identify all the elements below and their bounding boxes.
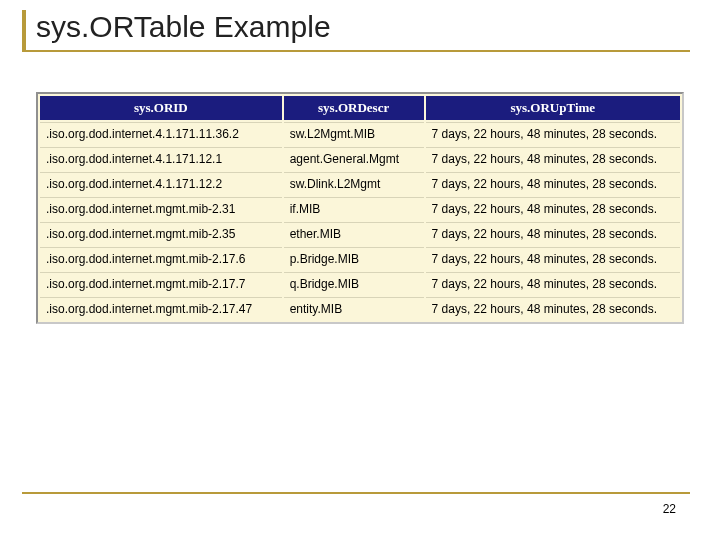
cell-ordescr: q.Bridge.MIB <box>284 272 424 295</box>
cell-orid: .iso.org.dod.internet.mgmt.mib-2.17.6 <box>40 247 282 270</box>
cell-orid: .iso.org.dod.internet.mgmt.mib-2.17.47 <box>40 297 282 320</box>
cell-orid: .iso.org.dod.internet.4.1.171.11.36.2 <box>40 122 282 145</box>
ortable-container: sys.ORID sys.ORDescr sys.ORUpTime .iso.o… <box>36 92 684 324</box>
header-sysorid: sys.ORID <box>40 96 282 120</box>
cell-ordescr: sw.L2Mgmt.MIB <box>284 122 424 145</box>
cell-oruptime: 7 days, 22 hours, 48 minutes, 28 seconds… <box>426 172 680 195</box>
slide-title: sys.ORTable Example <box>36 10 720 44</box>
table-row: .iso.org.dod.internet.mgmt.mib-2.31 if.M… <box>40 197 680 220</box>
table-body: .iso.org.dod.internet.4.1.171.11.36.2 sw… <box>40 122 680 320</box>
footer-underline <box>22 492 690 494</box>
cell-ordescr: agent.General.Mgmt <box>284 147 424 170</box>
table-row: .iso.org.dod.internet.mgmt.mib-2.35 ethe… <box>40 222 680 245</box>
cell-orid: .iso.org.dod.internet.4.1.171.12.1 <box>40 147 282 170</box>
cell-ordescr: if.MIB <box>284 197 424 220</box>
ortable: sys.ORID sys.ORDescr sys.ORUpTime .iso.o… <box>38 94 682 322</box>
cell-ordescr: p.Bridge.MIB <box>284 247 424 270</box>
page-number: 22 <box>663 502 676 516</box>
table-row: .iso.org.dod.internet.mgmt.mib-2.17.7 q.… <box>40 272 680 295</box>
cell-ordescr: entity.MIB <box>284 297 424 320</box>
table-row: .iso.org.dod.internet.mgmt.mib-2.17.47 e… <box>40 297 680 320</box>
table-header-row: sys.ORID sys.ORDescr sys.ORUpTime <box>40 96 680 120</box>
cell-oruptime: 7 days, 22 hours, 48 minutes, 28 seconds… <box>426 197 680 220</box>
cell-orid: .iso.org.dod.internet.mgmt.mib-2.17.7 <box>40 272 282 295</box>
cell-oruptime: 7 days, 22 hours, 48 minutes, 28 seconds… <box>426 247 680 270</box>
cell-orid: .iso.org.dod.internet.mgmt.mib-2.31 <box>40 197 282 220</box>
cell-oruptime: 7 days, 22 hours, 48 minutes, 28 seconds… <box>426 297 680 320</box>
cell-orid: .iso.org.dod.internet.mgmt.mib-2.35 <box>40 222 282 245</box>
table-row: .iso.org.dod.internet.mgmt.mib-2.17.6 p.… <box>40 247 680 270</box>
cell-oruptime: 7 days, 22 hours, 48 minutes, 28 seconds… <box>426 272 680 295</box>
title-accent: sys.ORTable Example <box>22 10 720 50</box>
cell-oruptime: 7 days, 22 hours, 48 minutes, 28 seconds… <box>426 122 680 145</box>
cell-oruptime: 7 days, 22 hours, 48 minutes, 28 seconds… <box>426 222 680 245</box>
cell-oruptime: 7 days, 22 hours, 48 minutes, 28 seconds… <box>426 147 680 170</box>
table-row: .iso.org.dod.internet.4.1.171.12.1 agent… <box>40 147 680 170</box>
cell-ordescr: ether.MIB <box>284 222 424 245</box>
cell-ordescr: sw.Dlink.L2Mgmt <box>284 172 424 195</box>
table-row: .iso.org.dod.internet.4.1.171.11.36.2 sw… <box>40 122 680 145</box>
title-container: sys.ORTable Example <box>0 0 720 50</box>
header-sysordescr: sys.ORDescr <box>284 96 424 120</box>
title-underline <box>22 50 690 52</box>
table-row: .iso.org.dod.internet.4.1.171.12.2 sw.Dl… <box>40 172 680 195</box>
slide: sys.ORTable Example sys.ORID sys.ORDescr… <box>0 0 720 540</box>
cell-orid: .iso.org.dod.internet.4.1.171.12.2 <box>40 172 282 195</box>
header-sysoruptime: sys.ORUpTime <box>426 96 680 120</box>
